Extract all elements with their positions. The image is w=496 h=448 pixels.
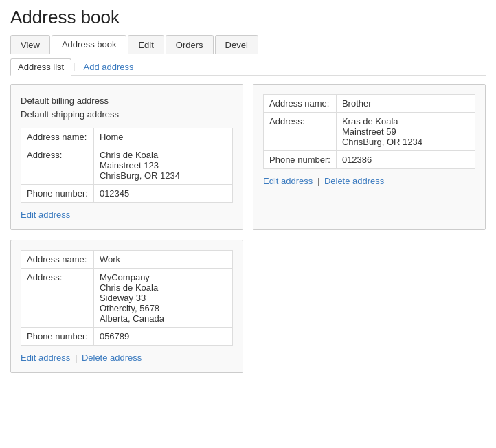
address-table-brother: Address name:BrotherAddress:Kras de Koal… — [263, 94, 475, 169]
action-separator: | — [72, 352, 80, 363]
field-label: Address: — [21, 146, 94, 185]
field-label: Address: — [264, 113, 337, 151]
field-label: Address name: — [21, 251, 94, 269]
table-row: Address:Kras de KoalaMainstreet 59ChrisB… — [264, 113, 475, 151]
field-label: Address: — [21, 269, 94, 328]
table-row: Phone number:012386 — [264, 151, 475, 169]
sub-tab-add-address[interactable]: Add address — [77, 59, 141, 75]
field-value: Brother — [336, 95, 475, 113]
field-value: Kras de KoalaMainstreet 59ChrisBurg, OR … — [336, 113, 475, 151]
table-row: Address:MyCompanyChris de KoalaSideway 3… — [21, 269, 233, 328]
sub-tab-divider: | — [73, 60, 75, 74]
card-actions-brother: Edit address | Delete address — [263, 176, 475, 186]
table-row: Address name:Work — [21, 251, 233, 269]
main-tabs: ViewAddress bookEditOrdersDevel — [10, 35, 486, 54]
tab-edit[interactable]: Edit — [128, 35, 164, 54]
field-value: 056789 — [93, 328, 232, 346]
tab-view[interactable]: View — [10, 35, 50, 54]
field-label: Phone number: — [264, 151, 337, 169]
table-row: Address:Chris de KoalaMainstreet 123Chri… — [21, 146, 233, 185]
field-label: Phone number: — [21, 328, 94, 346]
field-value: MyCompanyChris de KoalaSideway 33Otherci… — [93, 269, 232, 328]
table-row: Address name:Brother — [264, 95, 475, 113]
default-label: Default shipping address — [21, 108, 233, 122]
field-value: Home — [93, 128, 232, 146]
table-row: Phone number:056789 — [21, 328, 233, 346]
edit-address-link[interactable]: Edit address — [21, 210, 70, 220]
tab-address-book[interactable]: Address book — [52, 35, 127, 54]
field-label: Address name: — [264, 95, 337, 113]
field-label: Phone number: — [21, 185, 94, 203]
action-separator: | — [315, 176, 322, 186]
address-card-brother: Address name:BrotherAddress:Kras de Koal… — [253, 84, 486, 230]
table-row: Address name:Home — [21, 128, 233, 146]
sub-tabs-bar: Address list|Add address — [10, 54, 486, 76]
address-card-home: Default billing addressDefault shipping … — [10, 84, 243, 230]
field-label: Address name: — [21, 128, 94, 146]
table-row: Phone number:012345 — [21, 185, 233, 203]
card-actions-work: Edit address | Delete address — [21, 352, 233, 363]
address-card-work: Address name:WorkAddress:MyCompanyChris … — [10, 240, 243, 373]
field-value: 012386 — [336, 151, 475, 169]
card-header-home: Default billing addressDefault shipping … — [21, 94, 233, 121]
delete-address-link[interactable]: Delete address — [82, 352, 142, 363]
delete-address-link[interactable]: Delete address — [324, 176, 384, 186]
address-table-home: Address name:HomeAddress:Chris de KoalaM… — [21, 128, 233, 203]
address-table-work: Address name:WorkAddress:MyCompanyChris … — [21, 250, 233, 346]
tab-orders[interactable]: Orders — [166, 35, 214, 54]
card-actions-home: Edit address — [21, 210, 233, 220]
default-label: Default billing address — [21, 94, 233, 108]
edit-address-link[interactable]: Edit address — [21, 352, 70, 363]
address-grid: Default billing addressDefault shipping … — [10, 84, 486, 373]
tab-devel[interactable]: Devel — [215, 35, 258, 54]
page-title: Address book — [10, 7, 486, 28]
sub-tab-address-list[interactable]: Address list — [10, 58, 71, 76]
field-value: Work — [93, 251, 232, 269]
edit-address-link[interactable]: Edit address — [263, 176, 313, 186]
field-value: 012345 — [93, 185, 232, 203]
field-value: Chris de KoalaMainstreet 123ChrisBurg, O… — [93, 146, 232, 185]
